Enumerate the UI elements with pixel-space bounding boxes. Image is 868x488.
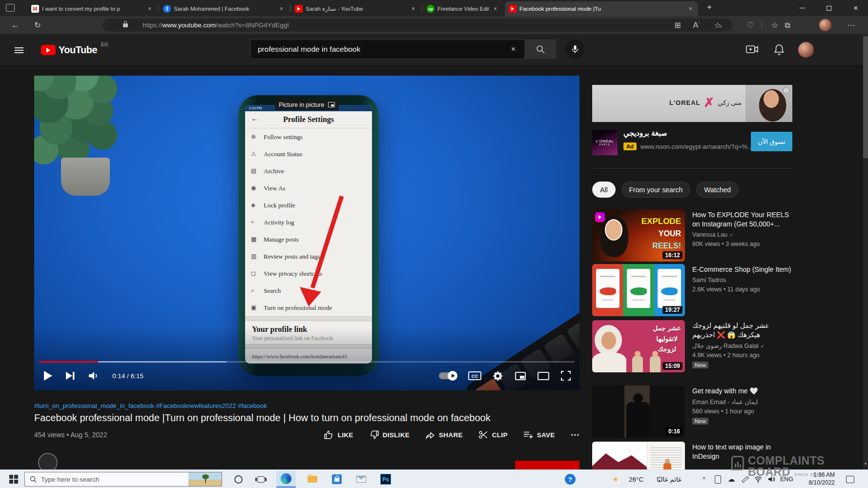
clip-button[interactable]: CLIP [478,430,508,440]
action-center-icon[interactable] [843,470,857,488]
tab-close-icon[interactable]: × [410,5,417,12]
minimize-button[interactable] [791,0,813,16]
weather-condition-text[interactable]: غائم غالبًا [657,470,682,488]
save-button[interactable]: SAVE [523,430,555,440]
ad-info-icon[interactable]: i [783,87,789,94]
related-video-item[interactable]: EXPLODEYOURREELS! 16:12 How To EXPLODE Y… [592,209,792,263]
tab-gmail[interactable]: M I want to convert my profile to p × [27,1,157,16]
settings-more-icon[interactable]: ⋯ [845,20,857,31]
channel-name[interactable]: رضوى جلال Radwa Galal✓ [692,342,792,349]
ad-banner[interactable]: L'OREAL ✗ منى زكي i [592,85,792,122]
related-video-item[interactable]: 0:16 Get ready with me 🤍 Eman Emad - ايم… [592,386,792,442]
scrollbar-down-arrow[interactable]: ▼ [863,462,868,466]
video-thumbnail[interactable]: 19:27 [592,264,685,316]
ad-cta-button[interactable]: تسوق الآن [751,132,792,151]
taskbar-search-box[interactable]: Type here to search [24,472,222,487]
video-player[interactable]: 2:23 PM ← Profile Settings ⊕Follow setti… [34,76,579,390]
youtube-icon [509,5,517,13]
tab-youtube-sarah[interactable]: Sarah ستارة - YouTube × [291,1,421,16]
chip-all[interactable]: All [592,182,616,198]
clear-search-icon[interactable]: × [511,45,517,54]
notifications-bell-icon[interactable] [774,44,785,58]
search-highlight-image[interactable] [188,472,222,486]
share-button[interactable]: SHARE [425,430,463,440]
progress-bar[interactable] [39,361,575,363]
create-video-icon[interactable] [746,44,759,57]
task-view-icon[interactable] [252,470,269,488]
video-meta-row: 454 views • Aug 5, 2022 LIKE DISLIKE SHA… [34,429,579,440]
video-thumbnail[interactable]: عشر جمللاتقوليهالزوجك 15:09 [592,320,685,372]
split-screen-icon[interactable]: ⊞ [671,20,684,31]
chip-from-your-search[interactable]: From your search [621,182,691,198]
subscribe-button-partial[interactable] [515,461,579,469]
mic-button[interactable] [565,40,585,59]
like-button[interactable]: LIKE [324,430,353,440]
dislike-button[interactable]: DISLIKE [369,430,410,440]
settings-gear-icon[interactable] [493,371,503,381]
close-button[interactable]: × [845,0,867,16]
channel-name[interactable]: Vanessa Lau✓ [692,231,792,238]
photoshop-icon[interactable]: Ps [377,470,394,488]
ad-title[interactable]: صبغة بروديجي [623,129,667,138]
video-thumbnail[interactable]: How to [592,442,685,469]
video-thumbnail[interactable]: 0:16 [592,386,685,438]
read-aloud-icon[interactable]: A⁾ [690,20,703,31]
microsoft-store-icon[interactable] [328,470,346,488]
account-avatar[interactable] [798,42,814,58]
file-explorer-icon[interactable] [304,470,321,488]
tab-actions-icon[interactable] [6,4,15,12]
more-actions-button[interactable]: ⋯ [571,429,579,440]
favorites-icon[interactable]: ☆ [768,20,781,31]
fullscreen-icon[interactable] [561,371,571,381]
profile-avatar[interactable] [819,19,831,31]
browser-essentials-icon[interactable]: ♡ [744,20,757,31]
channel-name[interactable]: Eman Emad - ايمان عماد [692,398,792,406]
add-favorite-icon[interactable]: ☆+ [712,20,724,31]
mail-icon[interactable] [352,470,370,488]
miniplayer-icon[interactable] [515,372,526,380]
tab-close-icon[interactable]: × [278,5,285,12]
picture-in-picture-icon[interactable] [328,102,335,107]
channel-name[interactable]: Sami Tadros [692,277,792,284]
related-video-item[interactable]: عشر جمللاتقوليهالزوجك 15:09 عشر جمل لو ق… [592,320,792,385]
search-box[interactable]: × [250,40,525,59]
tab-active-facebook-professional-mode[interactable]: Facebook professional mode |Tu × [505,1,698,16]
theater-mode-icon[interactable] [537,372,549,380]
tab-facebook[interactable]: f Sarah Mohammed | Facebook × [159,1,289,16]
video-thumbnail[interactable]: EXPLODEYOURREELS! 16:12 [592,209,685,262]
tab-close-icon[interactable]: × [492,5,499,12]
guide-menu-icon[interactable] [15,46,23,55]
advertiser-logo[interactable]: L'ORÉAL PARIS [592,130,618,155]
maximize-button[interactable] [818,0,840,16]
tab-upwork[interactable]: up Freelance Video Editor Jobs - Up × [423,1,503,16]
search-input[interactable] [258,45,497,54]
taskbar-edge-icon[interactable] [276,471,296,488]
tablet-mode-icon[interactable] [712,470,723,488]
tray-chevron-icon[interactable]: ^ [699,470,709,488]
chip-watched[interactable]: Watched [696,182,739,198]
refresh-icon[interactable]: ↻ [31,20,44,31]
autoplay-toggle[interactable] [439,372,456,379]
scrollbar-thumb[interactable] [863,36,868,158]
volume-icon[interactable] [88,371,100,381]
help-icon[interactable]: ? [561,470,579,488]
start-button[interactable] [5,470,22,488]
youtube-logo-icon[interactable] [41,45,56,55]
next-button[interactable] [65,371,75,380]
youtube-logo-text[interactable]: YouTube [59,44,97,56]
save-playlist-icon [523,430,533,440]
captions-button[interactable]: CC [468,371,481,380]
temperature-text[interactable]: 26°C [629,470,643,488]
play-button[interactable] [43,370,53,381]
back-icon[interactable]: ← [9,20,21,31]
cortana-icon[interactable] [229,470,247,488]
tab-close-icon[interactable]: × [687,5,694,12]
url-field[interactable]: https://www.youtube.com/watch?v=8NPG4YdE… [103,19,732,32]
related-video-item[interactable]: 19:27 E-Commerce Shop (Single Item) Sami… [592,264,792,318]
collections-icon[interactable]: ⧉ [781,20,794,31]
view-as-icon: ◉ [251,184,264,192]
video-hashtags[interactable]: #turn_on_professional_mode_in_facebook #… [34,402,267,409]
tab-close-icon[interactable]: × [146,5,153,12]
new-tab-button[interactable]: + [707,2,712,12]
search-button[interactable] [525,40,556,59]
